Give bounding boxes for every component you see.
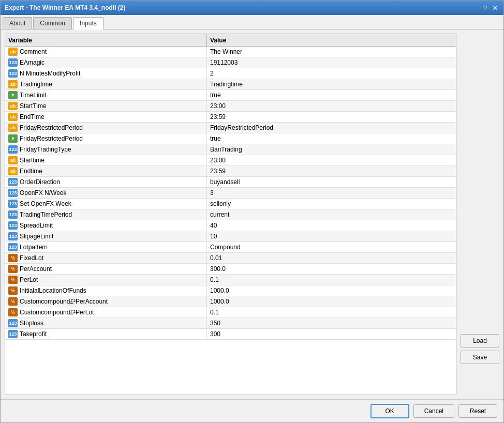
cell-variable-10: abStarttime	[5, 155, 207, 165]
variable-name: PerLot	[20, 276, 38, 283]
123-icon: 123	[8, 69, 18, 78]
bottom-bar: OK Cancel Reset	[1, 399, 503, 422]
cell-value-18: Compound	[207, 242, 456, 252]
table-row[interactable]: abFridayRestrictedPeriodFridayRestricted…	[5, 123, 456, 133]
cell-value-20: 300.0	[207, 264, 456, 274]
cell-variable-19: ½FixedLot	[5, 253, 207, 263]
variable-name: TradingTimePeriod	[20, 211, 72, 218]
variables-table: Variable Value abCommentThe Winner123EAm…	[5, 34, 456, 395]
cell-value-19: 0.01	[207, 253, 456, 263]
table-row[interactable]: 123Stoploss350	[5, 318, 456, 329]
cell-variable-7: abFridayRestrictedPeriod	[5, 123, 207, 133]
cell-value-16: 40	[207, 220, 456, 231]
variable-name: EndTime	[20, 113, 45, 120]
table-row[interactable]: 123OrderDirectionbuyandsell	[5, 177, 456, 188]
ab-icon: ab	[8, 124, 18, 132]
help-button[interactable]: ?	[481, 4, 489, 12]
cell-value-6: 23:59	[207, 112, 456, 122]
main-layout: Variable Value abCommentThe Winner123EAm…	[5, 34, 499, 395]
cell-variable-4: ▼TimeLimit	[5, 90, 207, 100]
table-row[interactable]: 123OpenFX N/Week3	[5, 188, 456, 199]
table-row[interactable]: ½Customcompound£²PerLot0.1	[5, 307, 456, 318]
table-row[interactable]: abCommentThe Winner	[5, 47, 456, 57]
table-row[interactable]: 123N MinutesModifyProfit2	[5, 68, 456, 79]
table-row[interactable]: 123TradingTimePeriodcurrent	[5, 209, 456, 220]
123-icon: 123	[8, 58, 18, 67]
table-row[interactable]: 123SlipageLimit10	[5, 231, 456, 242]
bool-icon: ▼	[8, 91, 18, 99]
ok-button[interactable]: OK	[370, 404, 409, 418]
123-icon: 123	[8, 145, 18, 154]
cell-variable-17: 123SlipageLimit	[5, 231, 207, 241]
bool-icon: ▼	[8, 134, 18, 143]
title-bar: Expert - The Winner EA MT4 3.4_nodll (2)…	[1, 1, 503, 15]
variable-name: Takeprofit	[20, 330, 47, 338]
cell-variable-1: 123EAmagic	[5, 57, 207, 68]
tab-about[interactable]: About	[3, 17, 32, 29]
ab-icon: ab	[8, 80, 18, 88]
tab-common[interactable]: Common	[33, 17, 72, 29]
cell-variable-20: ½PerAccount	[5, 264, 207, 274]
variable-name: Starttime	[20, 157, 45, 164]
header-variable: Variable	[5, 34, 207, 46]
table-row[interactable]: ½PerLot0.1	[5, 275, 456, 285]
cell-variable-24: ½Customcompound£²PerLot	[5, 307, 207, 318]
cancel-button[interactable]: Cancel	[413, 404, 454, 418]
table-row[interactable]: 123Set OpenFX Weeksellonly	[5, 199, 456, 209]
reset-button[interactable]: Reset	[458, 404, 497, 418]
cell-variable-23: ½Customcompound£²PerAccount	[5, 296, 207, 307]
123-icon: 123	[8, 178, 18, 186]
table-row[interactable]: ½PerAccount300.0	[5, 264, 456, 275]
table-row[interactable]: abEndTime23:59	[5, 112, 456, 123]
table-row[interactable]: 123FridayTradingTypeBanTrading	[5, 144, 456, 155]
variable-name: SpreadLimit	[20, 222, 53, 229]
main-window: Expert - The Winner EA MT4 3.4_nodll (2)…	[0, 0, 504, 423]
save-button[interactable]: Save	[461, 351, 499, 364]
load-button[interactable]: Load	[461, 334, 499, 348]
float-icon: ½	[8, 297, 18, 306]
cell-value-14: sellonly	[207, 199, 456, 209]
table-row[interactable]: abTradingtimeTradingtime	[5, 79, 456, 90]
table-row[interactable]: 123LotpatternCompound	[5, 242, 456, 253]
ab-icon: ab	[8, 167, 18, 175]
table-row[interactable]: abStarttime23:00	[5, 155, 456, 166]
variable-name: Stoploss	[20, 320, 43, 327]
cell-variable-25: 123Stoploss	[5, 318, 207, 328]
close-button[interactable]: ✕	[491, 4, 499, 12]
variable-name: Endtime	[20, 168, 42, 175]
table-row[interactable]: ½InitialalLocationOfFunds1000.0	[5, 285, 456, 296]
cell-variable-13: 123OpenFX N/Week	[5, 188, 207, 198]
table-row[interactable]: 123Takeprofit300	[5, 329, 456, 340]
cell-value-8: true	[207, 133, 456, 144]
tab-inputs[interactable]: Inputs	[73, 17, 103, 29]
cell-value-25: 350	[207, 318, 456, 328]
table-row[interactable]: abEndtime23:59	[5, 166, 456, 177]
cell-variable-22: ½InitialalLocationOfFunds	[5, 285, 207, 296]
cell-variable-26: 123Takeprofit	[5, 329, 207, 339]
ab-icon: ab	[8, 156, 18, 164]
variable-name: OrderDirection	[20, 178, 60, 186]
123-icon: 123	[8, 243, 18, 251]
cell-value-1: 19112003	[207, 57, 456, 68]
table-row[interactable]: ▼FridayRestrictedPeriodtrue	[5, 133, 456, 144]
table-row[interactable]: ▼TimeLimittrue	[5, 90, 456, 101]
table-area: Variable Value abCommentThe Winner123EAm…	[5, 34, 456, 395]
cell-value-2: 2	[207, 68, 456, 79]
table-body[interactable]: abCommentThe Winner123EAmagic19112003123…	[5, 47, 456, 395]
table-row[interactable]: abStartTime23:00	[5, 101, 456, 112]
table-row[interactable]: 123EAmagic19112003	[5, 57, 456, 68]
cell-variable-18: 123Lotpattern	[5, 242, 207, 252]
123-icon: 123	[8, 319, 18, 327]
cell-variable-0: abComment	[5, 47, 207, 57]
cell-variable-8: ▼FridayRestrictedPeriod	[5, 133, 207, 144]
cell-variable-15: 123TradingTimePeriod	[5, 209, 207, 220]
cell-value-23: 1000.0	[207, 296, 456, 307]
cell-value-7: FridayRestrictedPeriod	[207, 123, 456, 133]
window-title: Expert - The Winner EA MT4 3.4_nodll (2)	[5, 4, 125, 11]
table-row[interactable]: 123SpreadLimit40	[5, 220, 456, 231]
variable-name: EAmagic	[20, 59, 45, 66]
table-row[interactable]: ½Customcompound£²PerAccount1000.0	[5, 296, 456, 307]
cell-value-17: 10	[207, 231, 456, 241]
cell-value-0: The Winner	[207, 47, 456, 57]
table-row[interactable]: ½FixedLot0.01	[5, 253, 456, 264]
